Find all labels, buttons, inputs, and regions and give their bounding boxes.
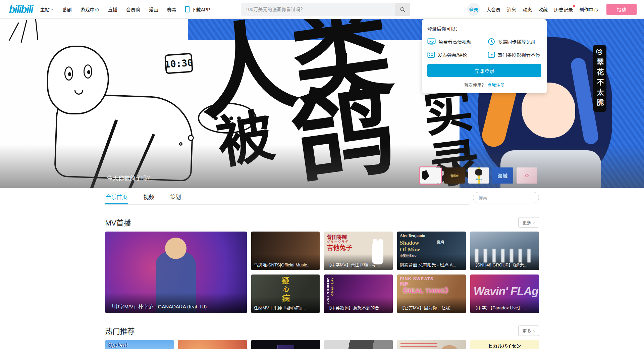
nav-item-vip-shop[interactable]: 会员购 — [126, 6, 140, 13]
chevron-down-icon — [51, 9, 54, 10]
banner-headline-shi: 实 — [421, 86, 473, 138]
hot-more-button[interactable]: 更多 › — [518, 326, 539, 336]
nav-item-manga[interactable]: 漫画 — [149, 6, 158, 13]
search-icon — [400, 7, 406, 12]
benefit-danmaku: 发表弹幕/评论 — [427, 51, 485, 58]
tab-music-home[interactable]: 音乐首页 — [105, 190, 128, 204]
tab-videos[interactable]: 视频 — [143, 190, 155, 204]
hot-card[interactable] — [324, 340, 393, 349]
video-title: 马思唯-SNTS[Official Music... — [251, 254, 320, 270]
hot-card-grid: Spylent 我去世了，然后 Les Misérables ヒカルパイセン 聞… — [105, 340, 539, 349]
banner-thumb-4[interactable]: 海域 — [492, 167, 513, 184]
login-popup-title: 登录后你可以： — [427, 25, 541, 32]
mv-card[interactable]: 【SNH48 GROUP】《绝无... — [470, 232, 539, 270]
mv-card-grid: 「中字M/V」朴宰范 - GANADARA (feat. IU) 马思唯-SNT… — [105, 232, 539, 313]
mv-more-button[interactable]: 更多 › — [518, 217, 539, 228]
mv-card[interactable]: 马思唯-SNTS[Official Music... — [251, 232, 320, 270]
doodle-hair-line — [35, 19, 39, 40]
notification-dot — [573, 5, 575, 7]
music-tabs: 音乐首页 视频 策划 — [105, 190, 469, 205]
video-title: 【SNH48 GROUP】《绝无... — [470, 254, 539, 270]
banner-thumbnail-strip: 音乐会 Aimer 海域 《 》 — [420, 167, 537, 184]
banner-thumb-3[interactable]: Aimer — [468, 167, 489, 184]
video-title: 【官方MV】因为你，让我... — [397, 297, 466, 313]
doodle-eye — [84, 64, 92, 79]
music-page-content: 音乐首页 视频 策划 MV首播 更多 › 「中字M/V」朴宰范 - GANADA… — [105, 190, 539, 349]
artist-credit: @翠花不太脆 — [593, 45, 606, 112]
nav-item-feed[interactable]: 动态 — [523, 6, 532, 13]
login-now-button[interactable]: 立即登录 — [427, 64, 541, 77]
top-navbar: bilibili 主站 番剧 游戏中心 直播 会员购 漫画 赛事 下载APP 登… — [0, 0, 644, 19]
download-app-link[interactable]: 下载APP — [185, 6, 210, 13]
mv-card[interactable]: Alec Benjamin 斑鸠 Shadow Of Mine 中英双字MV 阴… — [397, 232, 466, 270]
register-link[interactable]: 点我注册 — [487, 83, 505, 88]
hot-card[interactable]: Spylent 我去世了，然后 — [105, 340, 174, 349]
login-benefits: HD 免费看高清视频 多端同步播放记录 发表弹幕/评论 — [427, 38, 541, 58]
video-title: 【中英歌词】意想不到的合... — [324, 297, 393, 313]
navbar-right: 登录 大会员 消息 动态 收藏 历史记录 创作中心 投稿 — [467, 3, 637, 16]
hot-section-title: 热门推荐 — [105, 325, 135, 336]
login-popup: 登录后你可以： HD 免费看高清视频 多端同步播放记录 发表弹幕/评论 — [422, 19, 547, 93]
tab-projects[interactable]: 策划 — [170, 190, 182, 204]
banner-thumb-5[interactable]: 《 》 — [517, 167, 537, 184]
upload-button[interactable]: 投稿 — [606, 4, 637, 15]
global-search — [241, 3, 410, 16]
chevron-right-icon: › — [533, 328, 535, 333]
video-title: 【中字MV】菅田將暉 - ギ... — [324, 254, 393, 270]
hot-card[interactable] — [178, 340, 247, 349]
play-icon — [488, 51, 495, 58]
video-title: 「中字M/V」朴宰范 - GANADARA (feat. IU) — [105, 293, 247, 313]
nav-item-bangumi[interactable]: 番剧 — [62, 6, 72, 13]
hero-banner[interactable]: 10:30 人类 被 鸽 实 录 @翠花不太脆 今天你被鸽了吗？ 音乐会 Aim… — [0, 19, 644, 188]
nav-item-home[interactable]: 主站 — [40, 6, 54, 13]
mv-card[interactable]: JUSTIN BIEBER OMAH LAY 【中英歌词】意想不到的合... — [324, 275, 393, 313]
music-search-input[interactable] — [479, 195, 538, 200]
nav-item-game-center[interactable]: 游戏中心 — [80, 6, 99, 13]
hot-card[interactable] — [397, 340, 466, 349]
nav-item-vip[interactable]: 大会员 — [486, 6, 500, 13]
nav-item-esports[interactable]: 赛事 — [167, 6, 176, 13]
nav-item-favorites[interactable]: 收藏 — [538, 6, 548, 13]
mv-section-title: MV首播 — [105, 217, 131, 228]
phone-icon — [185, 6, 190, 12]
benefit-sync: 多端同步播放记录 — [488, 38, 541, 45]
bilibili-logo[interactable]: bilibili — [9, 4, 33, 15]
search-button[interactable] — [395, 3, 410, 16]
nav-item-live[interactable]: 直播 — [108, 6, 117, 13]
banner-thumb-1[interactable] — [420, 167, 441, 184]
mv-card[interactable]: PINK SWEATS 粉胖 《REAL THING》 【官方MV】因为你，让我… — [397, 275, 466, 313]
banner-caption: 今天你被鸽了吗？ — [107, 173, 153, 182]
doodle-clock: 10:30 — [164, 53, 193, 74]
hot-card[interactable]: Les Misérables — [251, 340, 320, 349]
hot-card[interactable]: ヒカルパイセン 聞け — [470, 340, 539, 349]
doodle-hair-line — [9, 22, 19, 41]
search-input[interactable] — [241, 3, 395, 16]
clock-icon — [488, 38, 495, 45]
nav-item-messages[interactable]: 消息 — [507, 6, 516, 13]
login-popup-footer: 首次使用？点我注册 — [427, 82, 541, 88]
mv-card[interactable]: Wavin' FLAg （中字）【Paradox Live】... — [470, 275, 539, 313]
primary-nav: 主站 番剧 游戏中心 直播 会员购 漫画 赛事 下载APP — [40, 6, 210, 13]
doodle-eye — [64, 66, 73, 81]
video-title: 阴霾背面 总有阳光 - 斑鸠 A... — [397, 254, 466, 270]
music-search — [473, 192, 539, 203]
mv-card[interactable]: 菅田将暉 ギターウサギ 吉他兔子 【中字MV】菅田將暉 - ギ... — [324, 232, 393, 270]
hd-icon: HD — [427, 38, 436, 45]
nav-item-creator-center[interactable]: 创作中心 — [579, 6, 598, 13]
mv-card[interactable]: 疑 心 病 任然MV｜甩掉『疑心病』... — [251, 275, 320, 313]
danmaku-icon — [427, 51, 435, 58]
benefit-bangumi: 热门番剧影视看不停 — [488, 51, 541, 58]
mv-featured-card[interactable]: 「中字M/V」朴宰范 - GANADARA (feat. IU) — [105, 232, 247, 313]
benefit-hd: HD 免费看高清视频 — [427, 38, 485, 45]
nav-item-history[interactable]: 历史记录 — [554, 6, 573, 13]
video-title: 任然MV｜甩掉『疑心病』... — [251, 297, 320, 313]
svg-text:HD: HD — [429, 40, 434, 43]
doodle-hair-line — [21, 20, 28, 43]
music-subnav: 音乐首页 视频 策划 — [105, 190, 539, 205]
login-avatar-button[interactable]: 登录 — [467, 3, 480, 16]
banner-bottom-gradient — [0, 144, 644, 188]
speech-bubble-tail — [188, 135, 194, 141]
banner-thumb-2[interactable]: 音乐会 — [444, 167, 465, 184]
video-title: （中字）【Paradox Live】... — [470, 297, 539, 313]
chevron-right-icon: › — [533, 220, 535, 225]
